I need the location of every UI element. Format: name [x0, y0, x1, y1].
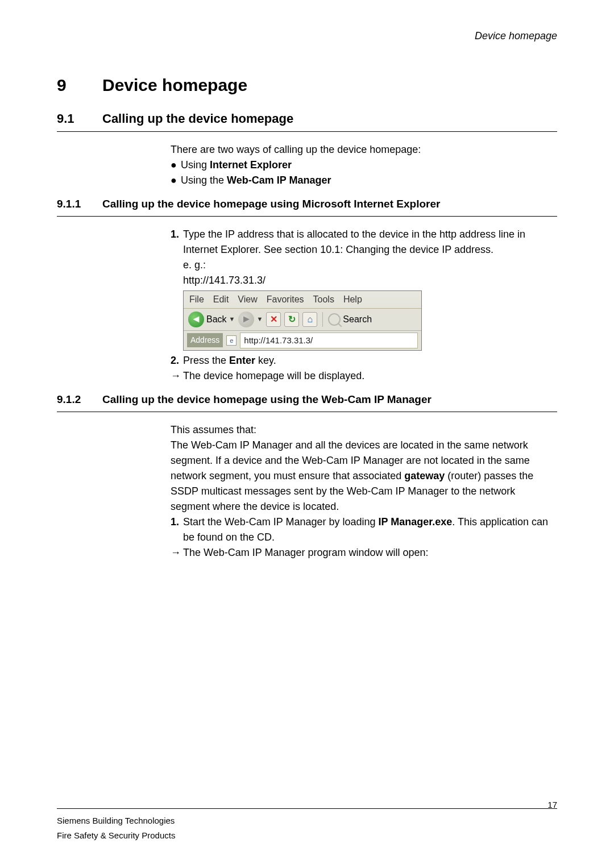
search-button[interactable]: Search [328, 313, 372, 326]
search-label: Search [343, 313, 372, 326]
step-item: 1. Start the Web-Cam IP Manager by loadi… [171, 514, 557, 545]
step-text: Start the Web-Cam IP Manager by loading … [183, 514, 557, 545]
home-button[interactable]: ⌂ [302, 312, 317, 327]
section-number: 9.1 [57, 109, 102, 128]
step-item: 2. Press the Enter key. [171, 353, 557, 368]
browser-addressbar: Address e http://141.73.31.3/ [184, 331, 421, 351]
subsection-number: 9.1.1 [57, 196, 102, 213]
page-icon: e [226, 335, 237, 346]
back-button[interactable]: ◄ Back ▼ [188, 312, 235, 327]
forward-arrow-icon: ► [238, 312, 254, 327]
example-url: http://141.73.31.3/ [183, 273, 557, 288]
menu-view[interactable]: View [238, 293, 257, 306]
paragraph: The Web-Cam IP Manager and all the devic… [171, 438, 557, 514]
chapter-number: 9 [57, 72, 102, 98]
result-item: → The Web-Cam IP Manager program window … [171, 545, 557, 560]
bullet-icon: ● [171, 173, 181, 188]
subsection-number: 9.1.2 [57, 392, 102, 408]
footer: Siemens Building Technologies Fire Safet… [57, 808, 557, 842]
back-arrow-icon: ◄ [188, 312, 204, 327]
step-number: 1. [171, 227, 183, 258]
search-icon [328, 313, 341, 326]
step-text: Press the Enter key. [183, 353, 276, 368]
result-item: → The device homepage will be displayed. [171, 368, 557, 384]
bullet-item: ● Using Internet Explorer [171, 157, 557, 173]
step-number: 1. [171, 514, 183, 545]
intro-text: There are two ways of calling up the dev… [171, 142, 557, 157]
subsection-title: Calling up the device homepage using Mic… [102, 196, 440, 213]
arrow-icon: → [171, 545, 183, 560]
example-label: e. g.: [183, 258, 557, 273]
arrow-icon: → [171, 368, 183, 384]
result-text: The Web-Cam IP Manager program window wi… [183, 545, 429, 560]
footer-line-2: Fire Safety & Security Products [57, 828, 557, 843]
result-text: The device homepage will be displayed. [183, 368, 364, 384]
running-header: Device homepage [57, 28, 557, 44]
bullet-item: ● Using the Web-Cam IP Manager [171, 173, 557, 188]
assumes-label: This assumes that: [171, 422, 557, 438]
section-title: Calling up the device homepage [102, 109, 293, 128]
dropdown-icon: ▼ [256, 314, 263, 324]
browser-menubar: File Edit View Favorites Tools Help [184, 291, 421, 309]
chapter-heading: 9 Device homepage [57, 72, 557, 98]
section-9-1-heading: 9.1 Calling up the device homepage [57, 109, 557, 132]
bullet-text: Using Internet Explorer [181, 157, 292, 173]
step-item: 1. Type the IP address that is allocated… [171, 227, 557, 258]
chapter-title: Device homepage [102, 72, 247, 98]
menu-file[interactable]: File [189, 293, 204, 306]
browser-toolbar: ◄ Back ▼ ► ▼ ✕ ↻ ⌂ Search [184, 309, 421, 331]
dropdown-icon: ▼ [229, 314, 235, 324]
refresh-button[interactable]: ↻ [284, 312, 299, 327]
step-number: 2. [171, 353, 183, 368]
menu-help[interactable]: Help [343, 293, 362, 306]
footer-line-1: Siemens Building Technologies [57, 813, 557, 828]
menu-edit[interactable]: Edit [213, 293, 229, 306]
browser-screenshot: File Edit View Favorites Tools Help ◄ Ba… [183, 290, 422, 351]
menu-tools[interactable]: Tools [313, 293, 334, 306]
section-9-1-1-heading: 9.1.1 Calling up the device homepage usi… [57, 196, 557, 217]
forward-button[interactable]: ► ▼ [238, 312, 263, 327]
bullet-icon: ● [171, 157, 181, 173]
back-label: Back [206, 313, 227, 326]
address-label: Address [187, 333, 223, 347]
section-9-1-2-heading: 9.1.2 Calling up the device homepage usi… [57, 392, 557, 412]
subsection-title: Calling up the device homepage using the… [102, 392, 432, 408]
menu-favorites[interactable]: Favorites [267, 293, 304, 306]
stop-button[interactable]: ✕ [266, 312, 281, 327]
address-url-field[interactable]: http://141.73.31.3/ [240, 333, 418, 349]
bullet-text: Using the Web-Cam IP Manager [181, 173, 331, 188]
step-text: Type the IP address that is allocated to… [183, 227, 557, 258]
toolbar-divider [322, 312, 323, 327]
